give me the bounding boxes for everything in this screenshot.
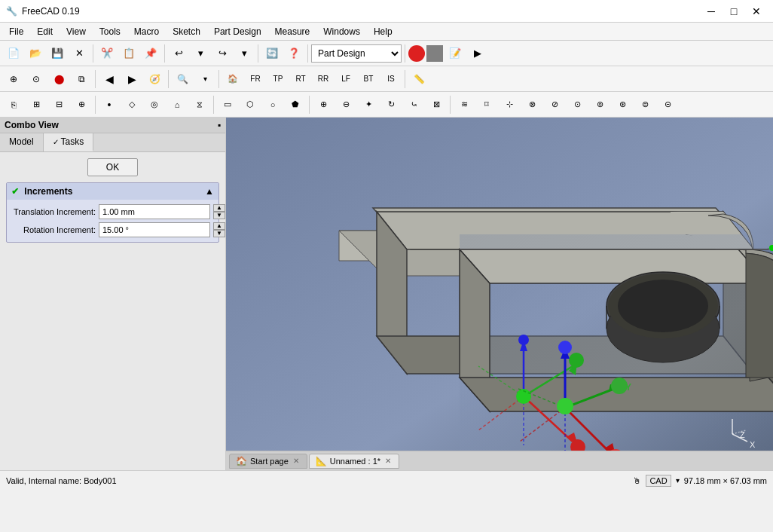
nav-fwd-button[interactable]: ▶ <box>121 69 142 90</box>
misc-btn10[interactable]: ⊝ <box>657 94 678 115</box>
view-top[interactable]: TP <box>267 69 289 90</box>
sketch-btn5[interactable]: ⧖ <box>189 94 210 115</box>
sketch-btn1[interactable]: • <box>99 94 120 115</box>
menu-measure[interactable]: Measure <box>269 25 316 38</box>
fit-all-button[interactable]: ⊕ <box>3 69 24 90</box>
tab-unnamed[interactable]: 📐 Unnamed : 1* ✕ <box>309 454 399 469</box>
redo-drop[interactable]: ▾ <box>234 43 255 64</box>
view-bottom[interactable]: BT <box>358 69 379 90</box>
undo-drop[interactable]: ▾ <box>190 43 211 64</box>
misc-btn6[interactable]: ⊙ <box>567 94 588 115</box>
menu-sketch[interactable]: Sketch <box>167 25 206 38</box>
maximize-button[interactable]: □ <box>723 4 744 19</box>
workbench-selector[interactable]: Part Design Sketcher Part <box>311 44 402 63</box>
translation-down[interactable]: ▼ <box>213 212 225 219</box>
menu-windows[interactable]: Windows <box>317 25 366 38</box>
op-btn2[interactable]: ⊖ <box>335 94 356 115</box>
op-btn4[interactable]: ↻ <box>380 94 402 115</box>
op-btn6[interactable]: ⊠ <box>426 94 447 115</box>
macro-button[interactable]: 📝 <box>445 43 466 64</box>
increments-collapse-icon[interactable]: ▲ <box>205 186 214 197</box>
menu-help[interactable]: Help <box>368 25 399 38</box>
menu-file[interactable]: File <box>3 25 29 38</box>
shape-btn3[interactable]: ○ <box>262 94 283 115</box>
shape-btn1[interactable]: ▭ <box>217 94 238 115</box>
redo-button[interactable]: ↪ <box>212 43 233 64</box>
rotation-down[interactable]: ▼ <box>213 230 225 237</box>
tab-model[interactable]: Model <box>0 133 44 151</box>
copy-button[interactable]: 📋 <box>118 43 139 64</box>
close-button[interactable]: ✕ <box>746 4 767 19</box>
cut-button[interactable]: ✂️ <box>96 43 118 64</box>
op-btn3[interactable]: ✦ <box>358 94 379 115</box>
draw-style-button[interactable]: ⬤ <box>48 69 69 90</box>
fit-selection-button[interactable]: ⊙ <box>26 69 47 90</box>
misc-btn7[interactable]: ⊚ <box>589 94 610 115</box>
op-btn1[interactable]: ⊕ <box>313 94 334 115</box>
view-isometric[interactable]: IS <box>380 69 402 90</box>
statusbar-right: 🖱 CAD ▾ 97.18 mm × 67.03 mm <box>633 475 767 487</box>
sketch-btn4[interactable]: ⌂ <box>167 94 188 115</box>
record-button[interactable] <box>408 45 425 62</box>
start-page-close[interactable]: ✕ <box>292 457 301 466</box>
menu-macro[interactable]: Macro <box>128 25 165 38</box>
tab-start-page[interactable]: 🏠 Start page ✕ <box>229 454 307 469</box>
save-button[interactable]: 💾 <box>47 43 68 64</box>
unnamed-close[interactable]: ✕ <box>383 457 393 466</box>
part-btn3[interactable]: ⊟ <box>48 94 69 115</box>
tab-tasks[interactable]: ✓ Tasks <box>44 133 93 151</box>
zoom-drop-button[interactable]: 🔍 <box>172 69 193 90</box>
svg-point-34 <box>569 353 584 368</box>
shape-btn4[interactable]: ⬟ <box>285 94 306 115</box>
ok-button[interactable]: OK <box>87 158 138 176</box>
rotation-up[interactable]: ▲ <box>213 222 225 230</box>
view-rear[interactable]: RR <box>313 69 334 90</box>
menu-view[interactable]: View <box>60 25 92 38</box>
minimize-button[interactable]: ─ <box>701 4 722 19</box>
menu-tools[interactable]: Tools <box>93 25 127 38</box>
part-btn2[interactable]: ⊞ <box>26 94 47 115</box>
view-left[interactable]: LF <box>335 69 356 90</box>
menu-edit[interactable]: Edit <box>31 25 59 38</box>
undo-button[interactable]: ↩ <box>168 43 189 64</box>
misc-btn1[interactable]: ≋ <box>454 94 475 115</box>
refresh-button[interactable]: 🔄 <box>261 43 283 64</box>
close-button2[interactable]: ✕ <box>69 43 90 64</box>
misc-btn3[interactable]: ⊹ <box>499 94 520 115</box>
run-button[interactable]: ▶ <box>467 43 488 64</box>
translation-up[interactable]: ▲ <box>213 204 225 212</box>
stereo-button[interactable]: ⧉ <box>71 69 92 90</box>
translation-input[interactable] <box>99 204 210 219</box>
part-btn1[interactable]: ⎘ <box>3 94 24 115</box>
dropdown-icon[interactable]: ▾ <box>676 476 680 485</box>
zoom-drop2-button[interactable]: ▾ <box>194 69 215 90</box>
dim-button[interactable]: 📏 <box>408 69 429 90</box>
nav-back-button[interactable]: ◀ <box>99 69 120 90</box>
help-button2[interactable]: ❓ <box>283 43 304 64</box>
std-view-home[interactable]: 🏠 <box>222 69 243 90</box>
new-button[interactable]: 📄 <box>3 43 24 64</box>
increments-header[interactable]: ✔ Increments ▲ <box>7 183 218 200</box>
sketch-btn3[interactable]: ◎ <box>144 94 165 115</box>
open-button[interactable]: 📂 <box>25 43 46 64</box>
view-front[interactable]: FR <box>245 69 266 90</box>
misc-btn4[interactable]: ⊗ <box>521 94 542 115</box>
sketch-btn2[interactable]: ◇ <box>121 94 142 115</box>
shape-btn2[interactable]: ⬡ <box>240 94 261 115</box>
paste-button[interactable]: 📌 <box>140 43 161 64</box>
misc-btn8[interactable]: ⊛ <box>612 94 633 115</box>
menu-partdesign[interactable]: Part Design <box>208 25 267 38</box>
rotation-input[interactable] <box>99 222 210 237</box>
misc-btn9[interactable]: ⊜ <box>634 94 655 115</box>
viewport[interactable]: Y X Z X 🏠 Start page ✕ 📐 Unnamed : 1* ✕ <box>226 118 773 470</box>
view-right[interactable]: RT <box>290 69 311 90</box>
combo-view-pin[interactable]: ▪ <box>218 120 221 130</box>
rotation-label: Rotation Increment: <box>13 225 96 234</box>
part-btn4[interactable]: ⊕ <box>71 94 92 115</box>
misc-btn2[interactable]: ⌑ <box>476 94 497 115</box>
nav-drop-button[interactable]: 🧭 <box>144 69 165 90</box>
misc-btn5[interactable]: ⊘ <box>544 94 565 115</box>
stop-button[interactable] <box>426 45 443 62</box>
op-btn5[interactable]: ⤿ <box>403 94 424 115</box>
left-panel: Combo View ▪ Model ✓ Tasks OK ✔ Incremen… <box>0 118 226 470</box>
